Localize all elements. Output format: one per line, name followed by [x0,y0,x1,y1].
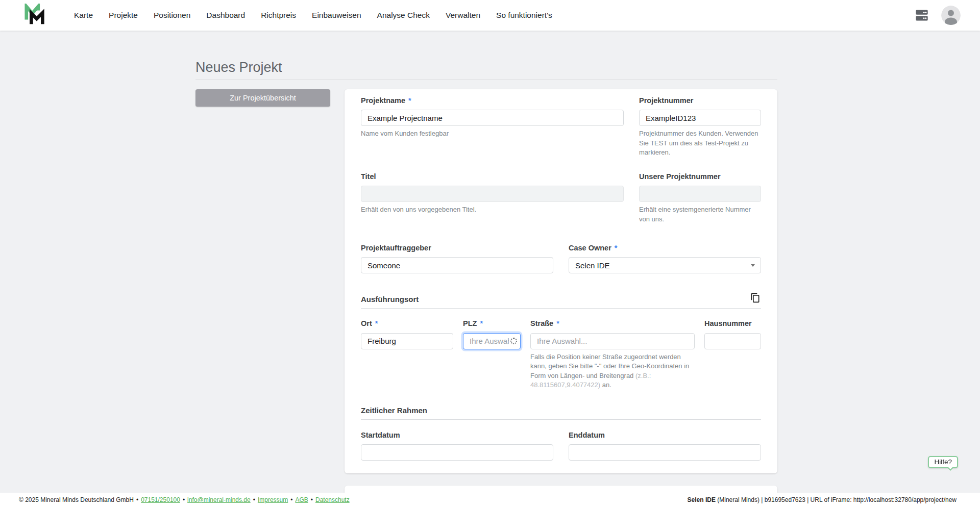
required-asterisk: * [408,96,411,105]
nav-item-positionen[interactable]: Positionen [154,11,190,20]
enddatum-label: Enddatum [569,431,761,440]
footer-link-agb[interactable]: AGB [295,496,308,503]
nav-item-richtpreis[interactable]: Richtpreis [261,11,296,20]
startdatum-input[interactable] [361,444,553,461]
ort-label: Ort [361,319,372,327]
unsere-projektnummer-hint: Erhält eine systemgenerierte Nummer von … [639,205,761,224]
enddatum-input[interactable] [569,444,761,461]
footer-link-datenschutz[interactable]: Datenschutz [315,496,350,503]
nav-item-projekte[interactable]: Projekte [109,11,138,20]
nav-item-dashboard[interactable]: Dashboard [206,11,245,20]
row-address: Ort * PLZ * [361,319,761,390]
zeitlicher-rahmen-section-header: Zeitlicher Rahmen [361,406,761,420]
left-actions-column: Zur Projektübersicht [195,89,330,107]
required-asterisk: * [615,244,618,252]
projektname-label: Projektname [361,96,405,105]
page-content: Neues Projekt Zur Projektübersicht Proje… [0,31,980,507]
case-owner-field: Case Owner * Selen IDE [569,244,761,273]
projektname-hint: Name vom Kunden festlegbar [361,129,624,138]
case-owner-selected-value: Selen IDE [575,261,610,270]
projektnummer-field: Projektnummer Projektnummer des Kunden. … [639,96,761,158]
plz-field: PLZ * [463,319,521,390]
row-titel-number: Titel Erhält den von uns vorgegebenen Ti… [361,172,761,224]
help-button[interactable]: Hilfe? [928,456,958,468]
hausnummer-field: Hausnummer [704,319,761,390]
projektauftraggeber-label: Projektauftraggeber [361,244,553,252]
footer-link-phone[interactable]: 07151/250100 [141,496,180,503]
hausnummer-label: Hausnummer [704,319,761,328]
copy-icon [750,293,761,303]
nav-item-analyse-check[interactable]: Analyse Check [377,11,430,20]
copy-address-button[interactable] [750,292,761,303]
nav-item-so-funktionierts[interactable]: So funktioniert's [496,11,552,20]
projektname-field: Projektname * Name vom Kunden festlegbar [361,96,624,158]
chevron-down-icon [751,264,755,267]
main-menu: Karte Projekte Positionen Dashboard Rich… [74,11,552,20]
row-name-number: Projektname * Name vom Kunden festlegbar… [361,96,761,158]
projektauftraggeber-input[interactable] [361,257,553,273]
app-logo[interactable] [24,4,46,27]
hausnummer-input[interactable] [704,333,761,349]
footer-legal: © 2025 Mineral Minds Deutschland GmbH • … [19,496,350,503]
titel-hint: Erhält den von uns vorgegebenen Titel. [361,205,624,214]
required-asterisk: * [480,319,483,327]
unsere-projektnummer-label: Unsere Projektnummer [639,172,761,181]
page-title: Neues Projekt [195,60,777,75]
projektauftraggeber-field: Projektauftraggeber [361,244,553,273]
plz-label: PLZ [463,319,477,327]
ort-input[interactable] [361,333,453,349]
page-header: Neues Projekt [195,31,777,80]
projektnummer-input[interactable] [639,110,761,126]
person-icon [941,6,961,25]
form-cards-column: Projektname * Name vom Kunden festlegbar… [345,89,777,507]
mineral-minds-logo-icon [24,4,46,27]
ausfuehrungsort-title: Ausführungsort [361,295,419,303]
startdatum-field: Startdatum [361,431,553,461]
back-to-project-overview-button[interactable]: Zur Projektübersicht [195,89,330,107]
required-asterisk: * [375,319,378,327]
projektnummer-label: Projektnummer [639,96,761,105]
row-dates: Startdatum Enddatum [361,431,761,461]
strasse-hint: Falls die Position keiner Straße zugeord… [530,352,695,390]
nav-right-actions [915,6,961,25]
unsere-projektnummer-input [639,186,761,202]
nav-item-verwalten[interactable]: Verwalten [446,11,480,20]
session-details: (Mineral Minds) | b91695ed7623 | URL of … [716,496,957,503]
required-asterisk: * [556,319,559,327]
new-project-form-card: Projektname * Name vom Kunden festlegbar… [345,89,777,473]
session-info: Selen IDE (Mineral Minds) | b91695ed7623… [688,496,957,503]
nav-item-einbauweisen[interactable]: Einbauweisen [312,11,361,20]
projektnummer-hint: Projektnummer des Kunden. Verwenden Sie … [639,129,761,157]
footer-link-email[interactable]: info@mineral-minds.de [187,496,251,503]
server-status-icon[interactable] [915,8,930,23]
strasse-input[interactable] [530,333,695,349]
copyright-text: © 2025 Mineral Minds Deutschland GmbH [19,496,134,503]
projektname-input[interactable] [361,110,624,126]
case-owner-select[interactable]: Selen IDE [569,257,761,273]
case-owner-label: Case Owner [569,244,611,252]
row-client-owner: Projektauftraggeber Case Owner * Selen I… [361,244,761,273]
unsere-projektnummer-field: Unsere Projektnummer Erhält eine systemg… [639,172,761,224]
enddatum-field: Enddatum [569,431,761,461]
strasse-label: Straße [530,319,553,327]
user-avatar[interactable] [941,6,961,25]
ausfuehrungsort-section-header: Ausführungsort [361,292,761,309]
session-user: Selen IDE [688,496,716,503]
titel-field: Titel Erhält den von uns vorgegebenen Ti… [361,172,624,224]
zeitlicher-rahmen-title: Zeitlicher Rahmen [361,406,427,415]
titel-label: Titel [361,172,624,181]
footer: © 2025 Mineral Minds Deutschland GmbH • … [0,493,980,507]
ort-field: Ort * [361,319,453,390]
top-navigation-bar: Karte Projekte Positionen Dashboard Rich… [0,0,980,31]
titel-input [361,186,624,202]
nav-item-karte[interactable]: Karte [74,11,93,20]
strasse-field: Straße * Falls die Position keiner Straß… [530,319,695,390]
startdatum-label: Startdatum [361,431,553,440]
footer-link-impressum[interactable]: Impressum [258,496,288,503]
